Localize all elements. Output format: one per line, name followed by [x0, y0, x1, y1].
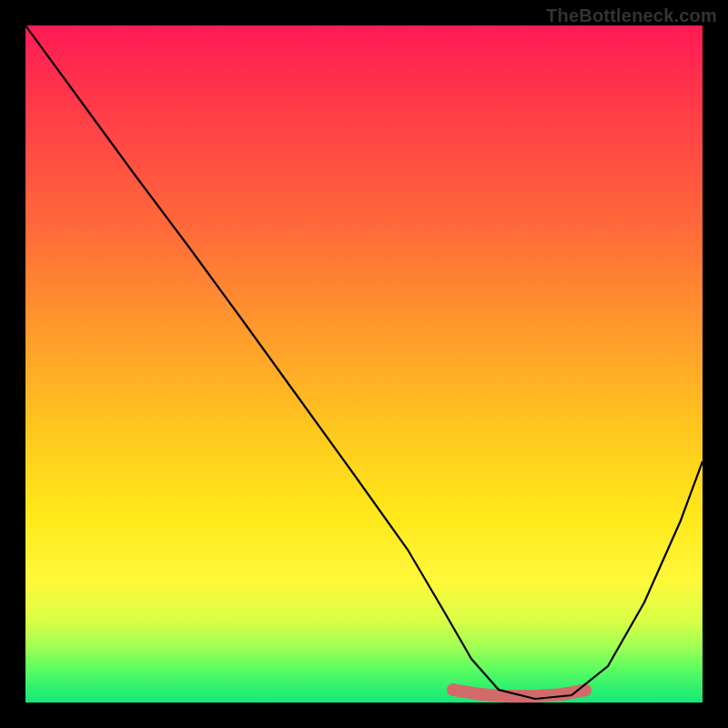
chart-svg [25, 25, 703, 703]
gradient-plot-area [25, 25, 703, 703]
main-curve-stroke [25, 25, 703, 699]
watermark-text: TheBottleneck.com [546, 5, 717, 26]
chart-frame: TheBottleneck.com [0, 0, 728, 728]
